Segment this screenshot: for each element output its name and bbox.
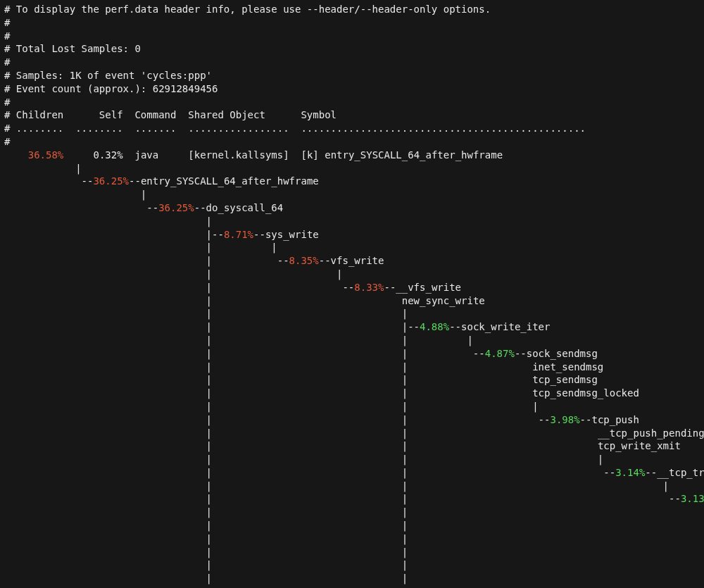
- pct-n7: 4.87%: [485, 348, 515, 359]
- sym-n5: __vfs_write: [396, 282, 461, 293]
- columns-sep: # ........ ........ ....... ............…: [4, 123, 586, 134]
- top-self-pct: 0.32%: [93, 149, 122, 161]
- pct-n2: 36.25%: [158, 202, 194, 213]
- sym-n7c: tcp_sendmsg: [532, 374, 598, 385]
- pct-n8: 3.98%: [550, 414, 579, 425]
- header-samples: # Samples: 1K of event 'cycles:ppp': [4, 70, 212, 81]
- sym-n7d: tcp_sendmsg_locked: [532, 387, 639, 399]
- pct-n9: 3.14%: [615, 467, 645, 478]
- pct-n4: 8.35%: [289, 255, 319, 266]
- sym-n3: sys_write: [265, 229, 319, 240]
- sym-n6: sock_write_iter: [461, 321, 550, 332]
- sym-n2: do_syscall_64: [206, 202, 284, 213]
- top-children-pct: 36.58%: [28, 149, 64, 161]
- perf-report-output: # To display the perf.data header info, …: [0, 0, 704, 588]
- sym-n8b: __tcp_push_pending_frames: [598, 427, 704, 439]
- header-total-lost: # Total Lost Samples: 0: [4, 43, 141, 54]
- sym-n5b: new_sync_write: [402, 295, 485, 306]
- top-command: java: [134, 149, 158, 161]
- pct-n10: 3.13%: [681, 493, 704, 504]
- pct-n3: 8.71%: [224, 229, 253, 240]
- sym-n1: entry_SYSCALL_64_after_hwframe: [141, 175, 319, 187]
- sym-n9: __tcp_transmit_: [657, 467, 704, 478]
- sym-n7: sock_sendmsg: [527, 348, 598, 359]
- top-object: [kernel.kallsyms]: [188, 149, 289, 161]
- header-event-count: # Event count (approx.): 62912849456: [4, 83, 218, 94]
- top-symbol: [k] entry_SYSCALL_64_after_hwframe: [301, 149, 503, 161]
- sym-n8c: tcp_write_xmit: [598, 440, 681, 451]
- sym-n7b: inet_sendmsg: [532, 361, 603, 373]
- pct-n1: 36.25%: [93, 175, 129, 187]
- pct-n6: 4.88%: [420, 321, 449, 332]
- sym-n8: tcp_push: [591, 414, 639, 425]
- columns-header: # Children Self Command Shared Object Sy…: [4, 109, 337, 120]
- header-info-hint: # To display the perf.data header info, …: [4, 4, 491, 15]
- sym-n4: vfs_write: [331, 255, 384, 266]
- pct-n5: 8.33%: [354, 282, 384, 293]
